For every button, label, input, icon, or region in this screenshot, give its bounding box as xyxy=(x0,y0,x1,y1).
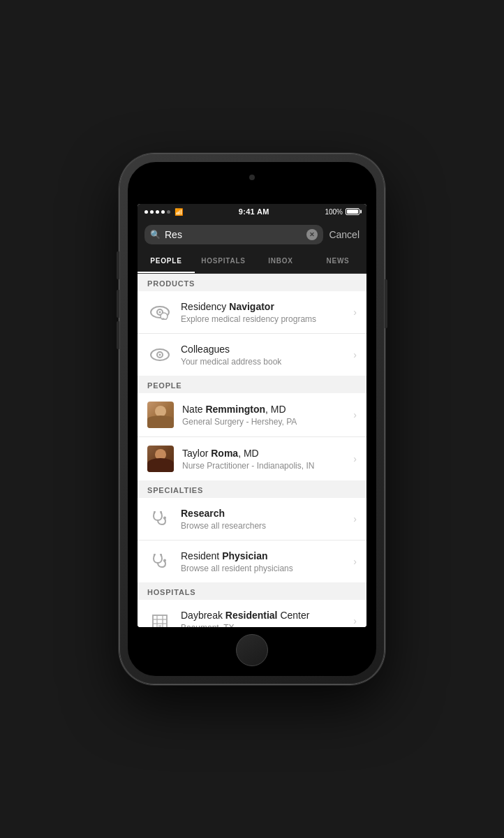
list-item[interactable]: Taylor Roma, MD Nurse Practitioner - Ind… xyxy=(138,437,366,480)
chevron-right-icon: › xyxy=(353,349,357,360)
item-text: Research Browse all researchers xyxy=(181,507,345,531)
cancel-button[interactable]: Cancel xyxy=(329,229,360,240)
list-item[interactable]: Research Browse all researchers › xyxy=(138,498,366,541)
screen: 📶 9:41 AM 100% 🔍 Res ✕ Cancel xyxy=(138,204,366,627)
battery-percentage: 100% xyxy=(325,208,343,216)
clock: 9:41 AM xyxy=(239,207,269,216)
signal-dot-3 xyxy=(156,210,159,214)
item-text: Residency Navigator Explore medical resi… xyxy=(181,300,345,324)
content-area: PRODUCTS xyxy=(138,274,366,627)
list-item[interactable]: Resident Physician Browse all resident p… xyxy=(138,541,366,582)
svg-point-7 xyxy=(159,354,161,356)
item-text: Daybreak Residential Center Beaumont, TX xyxy=(181,609,345,627)
hospitals-section-header: HOSPITALS xyxy=(138,582,366,600)
item-title: Daybreak Residential Center xyxy=(181,609,345,622)
home-button[interactable] xyxy=(236,634,268,666)
svg-point-11 xyxy=(163,559,166,562)
avatar xyxy=(147,402,174,428)
wifi-icon: 📶 xyxy=(175,208,183,216)
svg-rect-19 xyxy=(158,625,161,627)
tab-hospitals[interactable]: HOSPITALS xyxy=(195,250,252,273)
people-section-header: PEOPLE xyxy=(138,376,366,393)
battery-icon xyxy=(346,208,360,215)
item-text: Colleagues Your medical address book xyxy=(181,343,345,367)
item-text: Resident Physician Browse all resident p… xyxy=(181,550,345,573)
tab-news[interactable]: NEWS xyxy=(309,250,366,273)
search-input-wrap[interactable]: 🔍 Res ✕ xyxy=(144,225,323,244)
avatar xyxy=(147,446,174,472)
signal-dot-5 xyxy=(167,210,170,214)
eye-icon xyxy=(147,300,172,325)
search-value: Res xyxy=(165,229,302,240)
hospitals-list: Daybreak Residential Center Beaumont, TX… xyxy=(138,600,366,627)
item-text: Nate Remmington, MD General Surgery - He… xyxy=(182,403,345,427)
tab-inbox[interactable]: INBOX xyxy=(252,250,309,273)
list-item[interactable]: Residency Navigator Explore medical resi… xyxy=(138,291,366,334)
item-subtitle: Your medical address book xyxy=(181,357,345,367)
svg-point-8 xyxy=(163,517,166,520)
stethoscope-icon xyxy=(147,549,172,574)
status-bar: 📶 9:41 AM 100% xyxy=(138,204,366,219)
chevron-right-icon: › xyxy=(353,307,357,318)
item-title: Residency Navigator xyxy=(181,300,345,313)
battery-fill xyxy=(347,210,358,214)
list-item[interactable]: Colleagues Your medical address book › xyxy=(138,334,366,376)
list-item[interactable]: Daybreak Residential Center Beaumont, TX… xyxy=(138,600,366,627)
item-title: Nate Remmington, MD xyxy=(182,403,345,416)
tab-bar: PEOPLE HOSPITALS INBOX NEWS xyxy=(138,250,366,274)
signal-dot-2 xyxy=(150,210,154,214)
item-subtitle: Browse all researchers xyxy=(181,521,345,531)
tab-people[interactable]: PEOPLE xyxy=(138,250,195,273)
eye-icon xyxy=(147,342,172,367)
clear-button[interactable]: ✕ xyxy=(306,229,318,240)
signal-area: 📶 xyxy=(144,208,183,216)
svg-point-2 xyxy=(159,311,161,314)
item-subtitle: Beaumont, TX xyxy=(181,623,345,627)
products-section-header: PRODUCTS xyxy=(138,274,366,291)
building-icon xyxy=(147,608,172,627)
item-title: Resident Physician xyxy=(181,550,345,562)
signal-dot-1 xyxy=(144,210,148,214)
item-subtitle: General Surgery - Hershey, PA xyxy=(182,417,345,427)
chevron-right-icon: › xyxy=(353,615,357,626)
phone-frame: 📶 9:41 AM 100% 🔍 Res ✕ Cancel xyxy=(119,154,385,684)
specialties-list: Research Browse all researchers › xyxy=(138,498,366,582)
item-title: Research xyxy=(181,507,345,520)
specialties-section-header: SPECIALTIES xyxy=(138,480,366,498)
item-title: Taylor Roma, MD xyxy=(182,447,345,460)
products-list: Residency Navigator Explore medical resi… xyxy=(138,291,366,376)
item-subtitle: Nurse Practitioner - Indianapolis, IN xyxy=(182,461,345,471)
battery-area: 100% xyxy=(325,208,360,216)
list-item[interactable]: Nate Remmington, MD General Surgery - He… xyxy=(138,393,366,437)
stethoscope-icon xyxy=(147,506,172,531)
camera xyxy=(249,175,255,180)
search-icon: 🔍 xyxy=(150,230,161,240)
chevron-right-icon: › xyxy=(353,556,357,567)
search-bar: 🔍 Res ✕ Cancel xyxy=(138,219,366,250)
item-subtitle: Explore medical residency programs xyxy=(181,314,345,324)
chevron-right-icon: › xyxy=(353,513,357,524)
item-text: Taylor Roma, MD Nurse Practitioner - Ind… xyxy=(182,447,345,471)
chevron-right-icon: › xyxy=(353,453,357,464)
item-subtitle: Browse all resident physicians xyxy=(181,564,345,573)
people-list: Nate Remmington, MD General Surgery - He… xyxy=(138,393,366,480)
signal-dot-4 xyxy=(161,210,165,214)
item-title: Colleagues xyxy=(181,343,345,355)
chevron-right-icon: › xyxy=(353,409,357,420)
